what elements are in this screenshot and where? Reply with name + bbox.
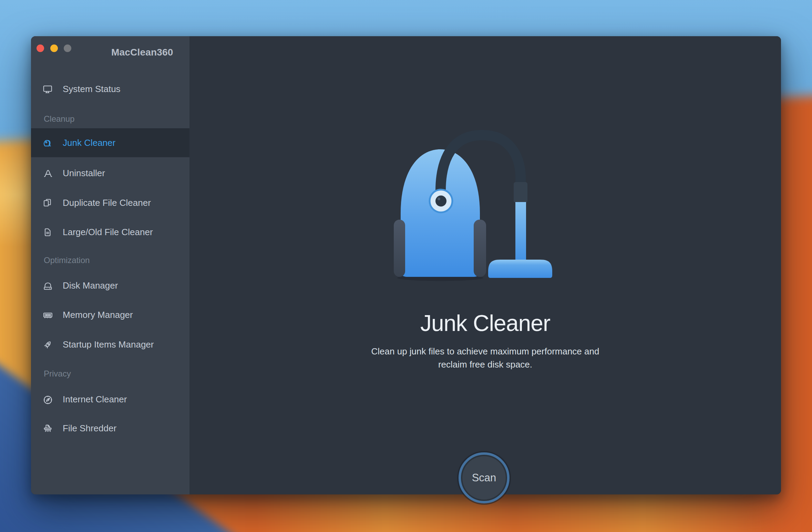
window: MacClean360 System Status Cleanup Junk C… xyxy=(31,36,781,494)
appstore-a-icon xyxy=(42,168,52,178)
minimize-button[interactable] xyxy=(50,44,58,52)
close-button[interactable] xyxy=(37,44,44,52)
document-icon xyxy=(42,227,52,237)
app-title: MacClean360 xyxy=(111,47,173,58)
sidebar-item-startup-items-manager[interactable]: Startup Items Manager xyxy=(31,333,189,355)
duplicate-files-icon xyxy=(42,198,52,208)
shredder-icon xyxy=(42,423,52,433)
sidebar-item-label: Duplicate File Cleaner xyxy=(63,198,151,208)
compass-icon xyxy=(42,394,52,404)
vacuum-cleaner-illustration xyxy=(389,121,582,283)
sidebar-item-label: Memory Manager xyxy=(63,310,133,320)
sidebar-item-label: Startup Items Manager xyxy=(63,339,154,350)
hard-disk-icon xyxy=(42,280,52,291)
sidebar-item-label: System Status xyxy=(63,84,121,94)
sidebar-item-system-status[interactable]: System Status xyxy=(31,78,189,100)
sidebar-item-duplicate-file-cleaner[interactable]: Duplicate File Cleaner xyxy=(31,192,189,214)
scan-button[interactable]: Scan xyxy=(459,452,510,503)
main-content: Junk Cleaner Clean up junk files to achi… xyxy=(189,36,781,494)
page-description: Clean up junk files to achieve maximum p… xyxy=(189,345,781,371)
sidebar-item-large-old-file-cleaner[interactable]: Large/Old File Cleaner xyxy=(31,221,189,243)
description-line-2: reclaim free disk space. xyxy=(189,358,781,371)
sidebar-section-optimization: Optimization xyxy=(44,255,90,265)
sidebar-item-disk-manager[interactable]: Disk Manager xyxy=(31,274,189,297)
sidebar-item-label: File Shredder xyxy=(63,423,116,434)
vacuum-bag-icon xyxy=(42,138,52,148)
sidebar-item-label: Large/Old File Cleaner xyxy=(63,227,153,238)
sidebar-item-label: Uninstaller xyxy=(63,168,105,179)
zoom-button[interactable] xyxy=(64,44,71,52)
sidebar-section-privacy: Privacy xyxy=(44,369,71,379)
description-line-1: Clean up junk files to achieve maximum p… xyxy=(189,345,781,358)
sidebar-item-uninstaller[interactable]: Uninstaller xyxy=(31,162,189,184)
sidebar-item-label: Junk Cleaner xyxy=(63,138,115,148)
sidebar-section-cleanup: Cleanup xyxy=(44,114,74,124)
sidebar-item-junk-cleaner[interactable]: Junk Cleaner xyxy=(31,128,189,157)
sidebar-item-label: Disk Manager xyxy=(63,280,118,291)
ram-chip-icon xyxy=(42,310,52,320)
rocket-icon xyxy=(42,339,52,350)
monitor-icon xyxy=(42,84,52,94)
sidebar: MacClean360 System Status Cleanup Junk C… xyxy=(31,36,189,494)
sidebar-item-memory-manager[interactable]: Memory Manager xyxy=(31,304,189,326)
page-title: Junk Cleaner xyxy=(189,310,781,336)
sidebar-item-file-shredder[interactable]: File Shredder xyxy=(31,417,189,439)
sidebar-item-label: Internet Cleaner xyxy=(63,394,127,405)
sidebar-item-internet-cleaner[interactable]: Internet Cleaner xyxy=(31,388,189,410)
